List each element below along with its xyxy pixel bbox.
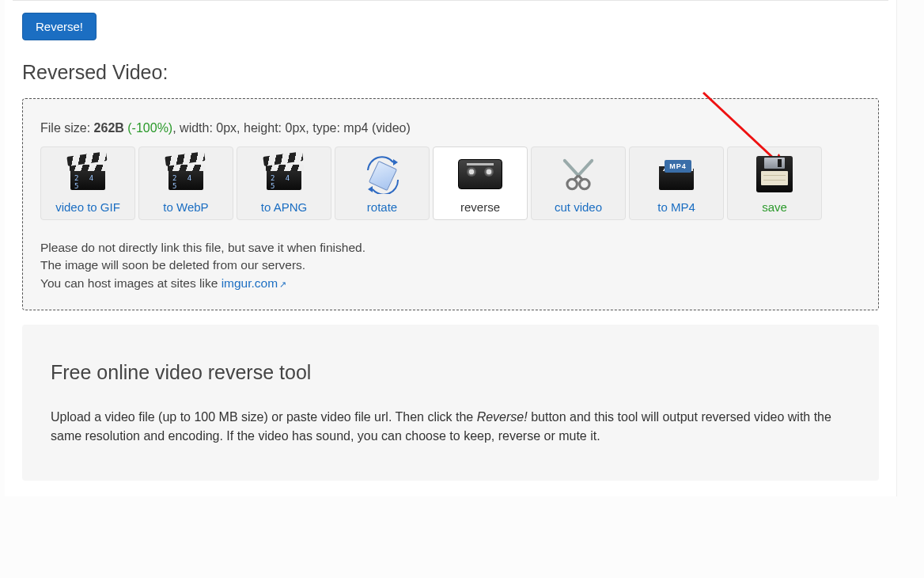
scissors-icon <box>559 147 598 200</box>
tool-label: rotate <box>367 200 397 214</box>
svg-point-1 <box>567 179 578 189</box>
file-pct: (-100%) <box>127 121 172 135</box>
imgur-link[interactable]: imgur.com↗ <box>222 276 287 290</box>
tool-to-mp4[interactable]: MP4 to MP4 <box>629 146 724 220</box>
tool-label: to MP4 <box>657 200 695 214</box>
tool-rotate[interactable]: rotate <box>335 146 430 220</box>
clapperboard-icon: 2 4 5 <box>264 147 304 200</box>
note-line-1: Please do not directly link this file, b… <box>40 239 861 257</box>
tool-save[interactable]: save <box>727 146 822 220</box>
page-container: Reverse! Reversed Video: File size: 262B… <box>5 0 897 496</box>
file-info-text: File size: 262B (-100%), width: 0px, hei… <box>40 121 861 135</box>
reverse-button[interactable]: Reverse! <box>22 13 97 40</box>
mp4-icon: MP4 <box>657 147 696 200</box>
clapperboard-icon: 2 4 5 <box>68 147 108 200</box>
file-size: 262B <box>94 121 124 135</box>
description-title: Free online video reverse tool <box>51 361 850 384</box>
tool-row: 2 4 5 video to GIF 2 4 5 to WebP 2 4 5 t… <box>40 146 861 220</box>
section-title: Reversed Video: <box>22 61 879 84</box>
reverse-em: Reverse! <box>477 410 528 424</box>
cassette-icon <box>458 147 502 200</box>
floppy-save-icon <box>756 147 793 200</box>
tool-label: cut video <box>555 200 602 214</box>
tool-label: save <box>762 200 787 214</box>
tool-label: reverse <box>460 200 500 214</box>
tool-video-to-gif[interactable]: 2 4 5 video to GIF <box>40 146 135 220</box>
description-text: Upload a video file (up to 100 MB size) … <box>51 408 850 446</box>
tool-label: video to GIF <box>55 200 120 214</box>
file-info-prefix: File size: <box>40 121 94 135</box>
note-line-2: The image will soon be deleted from our … <box>40 257 861 274</box>
tool-to-apng[interactable]: 2 4 5 to APNG <box>237 146 331 220</box>
tool-to-webp[interactable]: 2 4 5 to WebP <box>138 146 233 220</box>
output-panel: File size: 262B (-100%), width: 0px, hei… <box>22 98 879 310</box>
external-link-icon: ↗ <box>279 279 286 289</box>
output-notes: Please do not directly link this file, b… <box>40 239 861 292</box>
tool-reverse[interactable]: reverse <box>433 146 528 220</box>
tool-label: to APNG <box>261 200 307 214</box>
clapperboard-icon: 2 4 5 <box>166 147 206 200</box>
note-line-3: You can host images at sites like imgur.… <box>40 275 861 292</box>
tool-label: to WebP <box>163 200 208 214</box>
tool-cut-video[interactable]: cut video <box>531 146 626 220</box>
top-border <box>13 0 888 2</box>
rotate-icon <box>360 147 404 200</box>
file-dims: , width: 0px, height: 0px, type: mp4 (vi… <box>172 121 411 135</box>
description-panel: Free online video reverse tool Upload a … <box>22 325 879 481</box>
svg-point-2 <box>580 179 590 189</box>
